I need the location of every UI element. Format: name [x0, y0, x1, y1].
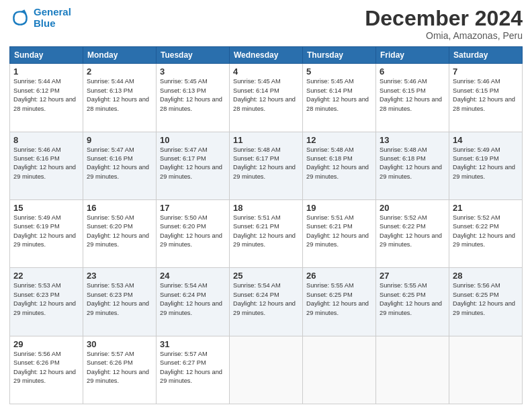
day-info: Sunrise: 5:52 AMSunset: 6:22 PMDaylight:… — [453, 214, 519, 250]
col-saturday: Saturday — [449, 47, 523, 64]
day-number: 5 — [306, 66, 372, 77]
table-cell: 4Sunrise: 5:45 AMSunset: 6:14 PMDaylight… — [230, 64, 303, 132]
table-cell: 11Sunrise: 5:48 AMSunset: 6:17 PMDayligh… — [230, 132, 303, 199]
table-cell: 23Sunrise: 5:53 AMSunset: 6:23 PMDayligh… — [83, 268, 157, 336]
day-info: Sunrise: 5:54 AMSunset: 6:24 PMDaylight:… — [160, 281, 226, 318]
day-info: Sunrise: 5:51 AMSunset: 6:21 PMDaylight:… — [306, 214, 372, 250]
table-cell: 16Sunrise: 5:50 AMSunset: 6:20 PMDayligh… — [83, 199, 157, 267]
day-number: 26 — [306, 271, 372, 281]
calendar-week-3: 15Sunrise: 5:49 AMSunset: 6:19 PMDayligh… — [10, 199, 523, 267]
day-number: 19 — [306, 203, 372, 213]
table-cell: 31Sunrise: 5:57 AMSunset: 6:27 PMDayligh… — [157, 336, 230, 404]
day-info: Sunrise: 5:49 AMSunset: 6:19 PMDaylight:… — [13, 214, 79, 250]
day-number: 6 — [380, 66, 445, 77]
table-cell: 14Sunrise: 5:49 AMSunset: 6:19 PMDayligh… — [449, 132, 523, 199]
day-info: Sunrise: 5:47 AMSunset: 6:16 PMDaylight:… — [87, 146, 152, 182]
calendar-week-4: 22Sunrise: 5:53 AMSunset: 6:23 PMDayligh… — [10, 268, 523, 336]
day-info: Sunrise: 5:48 AMSunset: 6:18 PMDaylight:… — [380, 146, 445, 182]
table-cell: 27Sunrise: 5:55 AMSunset: 6:25 PMDayligh… — [376, 268, 449, 336]
logo-icon — [9, 7, 31, 29]
logo-text: General Blue — [34, 7, 71, 29]
table-cell: 21Sunrise: 5:52 AMSunset: 6:22 PMDayligh… — [449, 199, 523, 267]
day-number: 25 — [233, 271, 299, 281]
table-cell: 12Sunrise: 5:48 AMSunset: 6:18 PMDayligh… — [303, 132, 376, 199]
table-cell: 2Sunrise: 5:44 AMSunset: 6:13 PMDaylight… — [83, 64, 157, 132]
table-cell: 20Sunrise: 5:52 AMSunset: 6:22 PMDayligh… — [376, 199, 449, 267]
table-cell: 30Sunrise: 5:57 AMSunset: 6:26 PMDayligh… — [83, 336, 157, 404]
col-tuesday: Tuesday — [157, 47, 230, 64]
day-info: Sunrise: 5:45 AMSunset: 6:14 PMDaylight:… — [233, 77, 299, 113]
header: General Blue December 2024 Omia, Amazona… — [9, 7, 523, 41]
table-cell: 8Sunrise: 5:46 AMSunset: 6:16 PMDaylight… — [10, 132, 83, 199]
day-info: Sunrise: 5:48 AMSunset: 6:17 PMDaylight:… — [233, 146, 299, 182]
day-info: Sunrise: 5:56 AMSunset: 6:26 PMDaylight:… — [13, 350, 79, 386]
day-number: 21 — [453, 203, 519, 213]
table-cell: 3Sunrise: 5:45 AMSunset: 6:13 PMDaylight… — [157, 64, 230, 132]
table-cell: 28Sunrise: 5:56 AMSunset: 6:25 PMDayligh… — [449, 268, 523, 336]
day-info: Sunrise: 5:44 AMSunset: 6:12 PMDaylight:… — [13, 77, 79, 113]
day-info: Sunrise: 5:51 AMSunset: 6:21 PMDaylight:… — [233, 214, 299, 250]
day-info: Sunrise: 5:46 AMSunset: 6:15 PMDaylight:… — [453, 77, 519, 113]
day-number: 9 — [87, 135, 152, 145]
day-number: 4 — [233, 66, 299, 77]
table-cell: 6Sunrise: 5:46 AMSunset: 6:15 PMDaylight… — [376, 64, 449, 132]
day-number: 20 — [380, 203, 445, 213]
day-number: 14 — [453, 135, 519, 145]
table-cell — [303, 336, 376, 404]
day-info: Sunrise: 5:50 AMSunset: 6:20 PMDaylight:… — [160, 214, 226, 250]
col-thursday: Thursday — [303, 47, 376, 64]
calendar-table: Sunday Monday Tuesday Wednesday Thursday… — [9, 46, 523, 404]
day-number: 16 — [87, 203, 152, 213]
day-number: 15 — [13, 203, 79, 213]
day-number: 11 — [233, 135, 299, 145]
calendar-week-5: 29Sunrise: 5:56 AMSunset: 6:26 PMDayligh… — [10, 336, 523, 404]
day-number: 23 — [87, 271, 152, 281]
page: General Blue December 2024 Omia, Amazona… — [0, 0, 532, 411]
day-number: 1 — [13, 66, 79, 77]
day-info: Sunrise: 5:52 AMSunset: 6:22 PMDaylight:… — [380, 214, 445, 250]
day-info: Sunrise: 5:56 AMSunset: 6:25 PMDaylight:… — [453, 281, 519, 318]
day-info: Sunrise: 5:46 AMSunset: 6:15 PMDaylight:… — [380, 77, 445, 113]
col-sunday: Sunday — [10, 47, 83, 64]
day-info: Sunrise: 5:53 AMSunset: 6:23 PMDaylight:… — [13, 281, 79, 318]
day-number: 28 — [453, 271, 519, 281]
table-cell — [376, 336, 449, 404]
table-cell: 1Sunrise: 5:44 AMSunset: 6:12 PMDaylight… — [10, 64, 83, 132]
table-cell: 26Sunrise: 5:55 AMSunset: 6:25 PMDayligh… — [303, 268, 376, 336]
table-cell: 29Sunrise: 5:56 AMSunset: 6:26 PMDayligh… — [10, 336, 83, 404]
table-cell: 24Sunrise: 5:54 AMSunset: 6:24 PMDayligh… — [157, 268, 230, 336]
col-friday: Friday — [376, 47, 449, 64]
table-cell: 15Sunrise: 5:49 AMSunset: 6:19 PMDayligh… — [10, 199, 83, 267]
table-cell: 18Sunrise: 5:51 AMSunset: 6:21 PMDayligh… — [230, 199, 303, 267]
day-info: Sunrise: 5:47 AMSunset: 6:17 PMDaylight:… — [160, 146, 226, 182]
calendar-header-row: Sunday Monday Tuesday Wednesday Thursday… — [10, 47, 523, 64]
day-info: Sunrise: 5:57 AMSunset: 6:26 PMDaylight:… — [87, 350, 152, 386]
logo: General Blue — [9, 7, 71, 29]
day-number: 29 — [13, 339, 79, 349]
table-cell: 10Sunrise: 5:47 AMSunset: 6:17 PMDayligh… — [157, 132, 230, 199]
title-block: December 2024 Omia, Amazonas, Peru — [365, 7, 523, 41]
table-cell: 22Sunrise: 5:53 AMSunset: 6:23 PMDayligh… — [10, 268, 83, 336]
table-cell — [230, 336, 303, 404]
calendar-week-2: 8Sunrise: 5:46 AMSunset: 6:16 PMDaylight… — [10, 132, 523, 199]
col-wednesday: Wednesday — [230, 47, 303, 64]
table-cell: 17Sunrise: 5:50 AMSunset: 6:20 PMDayligh… — [157, 199, 230, 267]
table-cell: 7Sunrise: 5:46 AMSunset: 6:15 PMDaylight… — [449, 64, 523, 132]
day-number: 24 — [160, 271, 226, 281]
table-cell: 13Sunrise: 5:48 AMSunset: 6:18 PMDayligh… — [376, 132, 449, 199]
day-number: 27 — [380, 271, 445, 281]
day-number: 3 — [160, 66, 226, 77]
day-info: Sunrise: 5:48 AMSunset: 6:18 PMDaylight:… — [306, 146, 372, 182]
day-number: 30 — [87, 339, 152, 349]
day-number: 7 — [453, 66, 519, 77]
day-info: Sunrise: 5:55 AMSunset: 6:25 PMDaylight:… — [306, 281, 372, 318]
day-number: 8 — [13, 135, 79, 145]
table-cell: 9Sunrise: 5:47 AMSunset: 6:16 PMDaylight… — [83, 132, 157, 199]
day-info: Sunrise: 5:45 AMSunset: 6:14 PMDaylight:… — [306, 77, 372, 113]
day-info: Sunrise: 5:49 AMSunset: 6:19 PMDaylight:… — [453, 146, 519, 182]
day-info: Sunrise: 5:55 AMSunset: 6:25 PMDaylight:… — [380, 281, 445, 318]
logo-line2: Blue — [34, 18, 71, 30]
day-number: 17 — [160, 203, 226, 213]
day-info: Sunrise: 5:53 AMSunset: 6:23 PMDaylight:… — [87, 281, 152, 318]
table-cell: 5Sunrise: 5:45 AMSunset: 6:14 PMDaylight… — [303, 64, 376, 132]
